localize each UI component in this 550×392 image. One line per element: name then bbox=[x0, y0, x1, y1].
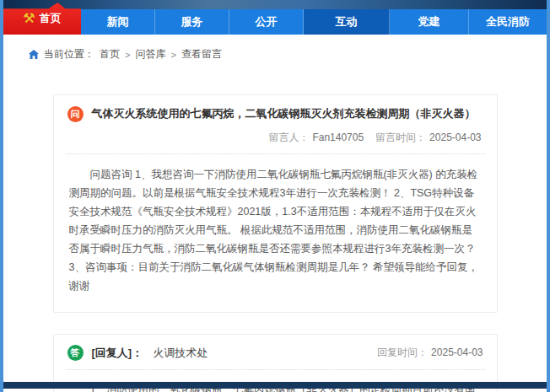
breadcrumb-separator: > bbox=[125, 50, 130, 60]
answer-badge: 答 bbox=[67, 345, 84, 361]
nav-tab-label: 全民消防 bbox=[486, 14, 530, 30]
nav-tab-party-building[interactable]: 党建 bbox=[390, 9, 469, 35]
breadcrumb-link-qa-library[interactable]: 问答库 bbox=[135, 47, 165, 62]
answer-header: 答 [回复人]： 火调技术处 回复时间：2025-04-03 bbox=[54, 335, 497, 369]
nav-tab-public[interactable]: 公开 bbox=[229, 9, 304, 35]
answer-time: 2025-04-03 bbox=[431, 346, 483, 358]
answer-replier: 火调技术处 bbox=[153, 346, 208, 361]
home-icon bbox=[29, 50, 39, 59]
nav-tab-news[interactable]: 新闻 bbox=[81, 9, 155, 35]
nav-tab-national-fire[interactable]: 全民消防 bbox=[469, 9, 547, 35]
footer-bar bbox=[3, 382, 547, 389]
breadcrumb-prefix: 当前位置： bbox=[44, 47, 94, 62]
answer-replier-label: [回复人]： bbox=[92, 346, 143, 361]
answer-body: 1、消防使用的二氧化碳钢瓶、七氟丙烷钢瓶（非灭火器）的定检周期目前还没有国家标准… bbox=[54, 370, 497, 392]
question-time: 2025-04-03 bbox=[429, 132, 481, 143]
nav-tab-label: 互动 bbox=[336, 14, 358, 30]
header-photo-banner bbox=[3, 0, 547, 9]
nav-tab-label: 服务 bbox=[181, 14, 203, 30]
question-meta: 留言人：Fan140705留言时间：2025-04-03 bbox=[54, 129, 497, 153]
nav-tab-label: 公开 bbox=[256, 14, 278, 30]
question-title: 气体灭火系统使用的七氟丙烷，二氧化碳钢瓶灭火剂充装检测周期（非灭火器） bbox=[92, 106, 476, 121]
question-header: 问 气体灭火系统使用的七氟丙烷，二氧化碳钢瓶灭火剂充装检测周期（非灭火器） bbox=[54, 95, 497, 129]
nav-home-label: 首页 bbox=[40, 11, 62, 26]
question-card: 问 气体灭火系统使用的七氟丙烷，二氧化碳钢瓶灭火剂充装检测周期（非灭火器） 留言… bbox=[53, 94, 498, 313]
main-nav: ⚒ 首页 新闻 服务 公开 互动 党建 全民消防 bbox=[3, 9, 547, 35]
question-badge: 问 bbox=[67, 106, 84, 122]
fire-emblem-icon: ⚒ bbox=[23, 12, 35, 25]
question-time-label: 留言时间： bbox=[375, 132, 426, 143]
question-author-label: 留言人： bbox=[268, 132, 309, 143]
answer-time-row: 回复时间：2025-04-03 bbox=[377, 346, 483, 360]
question-body: 问题咨询 1、我想咨询一下消防使用二氧化碳钢瓶七氟丙烷钢瓶(非灭火器) 的充装检… bbox=[54, 154, 497, 312]
nav-tab-services[interactable]: 服务 bbox=[155, 9, 229, 35]
breadcrumb-link-view-message[interactable]: 查看留言 bbox=[181, 47, 222, 62]
nav-tab-interaction[interactable]: 互动 bbox=[304, 9, 390, 35]
answer-time-label: 回复时间： bbox=[377, 346, 428, 358]
content-area: 问 气体灭火系统使用的七氟丙烷，二氧化碳钢瓶灭火剂充装检测周期（非灭火器） 留言… bbox=[53, 94, 498, 392]
nav-tab-label: 党建 bbox=[418, 14, 440, 30]
question-author: Fan140705 bbox=[312, 132, 364, 143]
nav-tab-label: 新闻 bbox=[107, 14, 129, 30]
breadcrumb-link-home[interactable]: 首页 bbox=[100, 47, 120, 62]
breadcrumb: 当前位置： 首页 > 问答库 > 查看留言 bbox=[3, 35, 547, 72]
breadcrumb-separator: > bbox=[170, 50, 175, 60]
